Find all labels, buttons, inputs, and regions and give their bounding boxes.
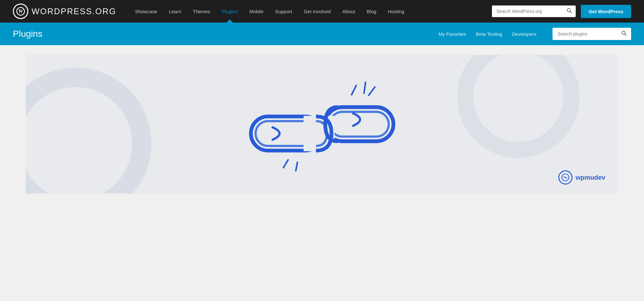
search-icon (567, 8, 572, 13)
svg-text:W: W (18, 8, 24, 14)
hero-banner: wpmudev (26, 55, 618, 194)
plugins-page-title: Plugins (13, 29, 438, 39)
nav-learn[interactable]: Learn (163, 0, 187, 23)
nav-themes[interactable]: Themes (187, 0, 216, 23)
top-search-form (492, 5, 576, 17)
svg-line-5 (625, 34, 627, 36)
plugins-bar: Plugins My Favorites Beta Testing Develo… (0, 23, 644, 45)
nav-support[interactable]: Support (269, 0, 298, 23)
plugins-search-input[interactable] (553, 28, 617, 39)
get-wordpress-button[interactable]: Get WordPress (581, 5, 631, 18)
hero-content (26, 55, 618, 194)
developers-link[interactable]: Developers (512, 31, 536, 37)
svg-line-6 (351, 85, 356, 95)
svg-line-7 (364, 82, 365, 93)
svg-rect-10 (330, 112, 389, 137)
search-icon (621, 31, 627, 36)
nav-blog[interactable]: Blog (361, 0, 382, 23)
site-logo[interactable]: W WordPress.org (13, 4, 116, 19)
nav-showcase[interactable]: Showcase (129, 0, 163, 23)
plugins-search-button[interactable] (617, 28, 631, 40)
nav-plugins[interactable]: Plugins (216, 0, 244, 23)
nav-hosting[interactable]: Hosting (382, 0, 410, 23)
nav-get-involved[interactable]: Get Involved (298, 0, 337, 23)
plugins-search-form (553, 28, 631, 40)
nav-links: Showcase Learn Themes Plugins Mobile Sup… (129, 0, 492, 23)
nav-about[interactable]: About (337, 0, 361, 23)
svg-line-3 (570, 12, 572, 13)
svg-line-15 (296, 162, 297, 171)
top-search-input[interactable] (492, 6, 563, 16)
nav-mobile[interactable]: Mobile (244, 0, 269, 23)
site-name: WordPress.org (32, 6, 116, 16)
wp-logo-icon: W (13, 4, 28, 19)
my-favorites-link[interactable]: My Favorites (438, 31, 466, 37)
chain-link-illustration (242, 76, 403, 173)
svg-line-14 (283, 160, 288, 168)
top-navigation: W WordPress.org Showcase Learn Themes Pl… (0, 0, 644, 23)
nav-right-area: Get WordPress (492, 5, 631, 18)
top-search-button[interactable] (563, 5, 576, 17)
beta-testing-link[interactable]: Beta Testing (476, 31, 502, 37)
svg-line-8 (369, 87, 375, 95)
plugins-subnav: My Favorites Beta Testing Developers (438, 28, 631, 40)
